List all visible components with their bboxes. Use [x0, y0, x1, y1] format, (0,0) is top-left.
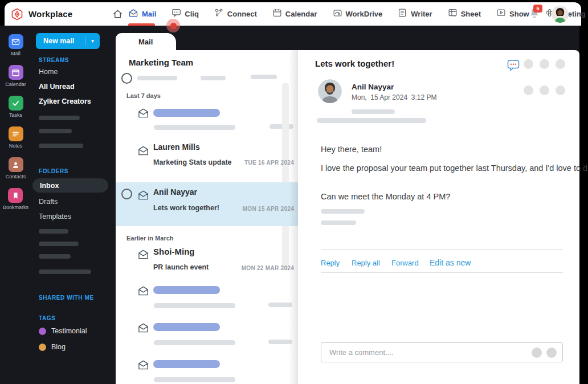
email-sender: Anil Nayyar [153, 187, 197, 197]
tag-color-dot [39, 344, 46, 351]
message-body-paragraph: Can we meet the Monday at 4 PM? [321, 191, 588, 203]
skeleton-bar [268, 303, 292, 307]
mail-tab[interactable]: Mail [116, 33, 176, 51]
mail-app-icon [9, 34, 23, 49]
skeleton-bar [154, 125, 235, 130]
nav-item-show[interactable]: Show [496, 8, 529, 20]
email-select-radio[interactable] [121, 189, 132, 199]
cliq-icon [172, 8, 181, 20]
toolbar-placeholder-circle [540, 59, 549, 69]
action-link-reply[interactable]: Reply [321, 259, 340, 267]
email-subject: PR launch event [153, 263, 209, 271]
email-item-anil-nayyar-selected[interactable]: Anil Nayyar Lets work together! MON 15 A… [116, 182, 298, 226]
nav-item-label: Mail [142, 10, 156, 18]
sender-avatar [318, 79, 342, 103]
folder-item-templates[interactable]: Templates [39, 213, 71, 220]
section-label-earlier-in-march: Earlier in March [126, 235, 174, 242]
tag-item-testimonial[interactable]: Testimonial [39, 327, 87, 335]
notification-badge: 5 [533, 5, 542, 13]
divider [321, 249, 563, 250]
nav-item-cliq[interactable]: Cliq [172, 8, 199, 20]
list-scrollbar[interactable] [282, 83, 289, 271]
nav-item-calendar[interactable]: Calendar [272, 8, 317, 20]
new-mail-label: New mail [36, 37, 85, 45]
envelope-icon [137, 285, 149, 297]
chevron-down-icon[interactable]: ▾ [85, 36, 100, 46]
user-avatar[interactable] [552, 6, 569, 23]
pulse-dot [170, 23, 177, 29]
email-sender: Shoi-Ming [153, 247, 194, 256]
folder-item-inbox[interactable]: Inbox [32, 178, 108, 193]
comment-action-placeholder [532, 348, 542, 358]
message-body-paragraph: Hey there, team! [321, 144, 588, 156]
action-link-forward[interactable]: Forward [391, 259, 419, 267]
action-link-edit-as-new[interactable]: Edit as new [430, 258, 471, 267]
skeleton-bar [39, 269, 91, 274]
tag-label: Blog [51, 343, 66, 351]
tag-label: Testimonial [51, 327, 87, 335]
rail-item-label: Mail [11, 51, 21, 56]
message-subject: Lets work together! [315, 59, 394, 68]
skeleton-bar [270, 124, 293, 129]
folders-section-title: FOLDERS [39, 168, 68, 174]
nav-item-writer[interactable]: Writer [398, 8, 432, 20]
skeleton-bar [39, 116, 80, 120]
folder-item-drafts[interactable]: Drafts [39, 198, 58, 206]
mail-list: Marketing Team Last 7 days Lauren Mills … [116, 50, 298, 384]
select-all-radio[interactable] [121, 73, 132, 84]
tag-item-blog[interactable]: Blog [39, 343, 66, 351]
comment-bubble-icon[interactable] [507, 59, 520, 73]
skeleton-bar [153, 286, 220, 294]
top-bar-right: 5 [529, 2, 569, 26]
skeleton-bar [321, 220, 356, 225]
toolbar-placeholder-circle [540, 85, 549, 95]
nav-item-mail[interactable]: Mail [128, 8, 156, 21]
home-icon[interactable] [112, 9, 123, 19]
rail-item-tasks[interactable]: Tasks [9, 96, 23, 118]
nav-item-label: Calendar [285, 10, 317, 18]
tags-section-title: TAGS [39, 315, 55, 321]
rail-item-calendar[interactable]: Calendar [5, 65, 26, 87]
rail-item-label: Notes [9, 143, 23, 149]
active-tab-underline [128, 23, 155, 26]
skeleton-bar [153, 323, 220, 331]
message-datetime: Mon, 15 Apr 2024 3:12 PM [352, 93, 436, 101]
skeleton-bar [39, 254, 71, 259]
nav-item-label: Connect [227, 10, 257, 18]
email-subject: Lets work together! [153, 204, 219, 212]
skeleton-bar [268, 340, 292, 344]
new-mail-button[interactable]: New mail ▾ [36, 33, 100, 49]
calendar-app-icon [9, 65, 23, 80]
notes-app-icon [9, 126, 23, 141]
email-date: MON 15 APR 2024 [243, 206, 294, 212]
mail-card: Marketing Team Last 7 days Lauren Mills … [116, 50, 579, 384]
nav-item-label: WorkDrive [346, 10, 383, 18]
nav-item-sheet[interactable]: Sheet [448, 8, 481, 20]
tag-color-dot [39, 328, 46, 335]
nav-item-connect[interactable]: Connect [214, 8, 257, 20]
action-link-reply-all[interactable]: Reply all [352, 259, 380, 267]
nav-item-workdrive[interactable]: WorkDrive [333, 8, 383, 20]
comment-input[interactable] [329, 344, 517, 361]
mail-icon [128, 8, 138, 21]
envelope-icon [137, 248, 149, 260]
app-rail: Mail Calendar Tasks Notes Contacts Bookm… [0, 26, 31, 384]
rail-item-bookmarks[interactable]: Bookmarks [3, 188, 28, 210]
rail-item-contacts[interactable]: Contacts [6, 157, 26, 179]
toolbar-placeholder-circle [524, 59, 533, 69]
stream-item-zylker-creators[interactable]: Zylker Creators [39, 97, 91, 105]
stream-item-all-unread[interactable]: All Unread [39, 83, 75, 91]
rail-item-notes[interactable]: Notes [9, 126, 23, 149]
rail-item-label: Contacts [6, 174, 26, 179]
folder-sidebar: New mail ▾ STREAMS Home All Unread Zylke… [31, 26, 116, 384]
stream-item-home[interactable]: Home [39, 68, 58, 76]
envelope-icon [137, 359, 149, 371]
folder-item-label: Inbox [32, 182, 59, 190]
notifications[interactable]: 5 [529, 7, 542, 22]
skeleton-bar [251, 75, 277, 79]
cliq-pulse-indicator[interactable] [166, 19, 180, 32]
message-sender-name: Anil Nayyar [352, 83, 394, 91]
rail-item-label: Calendar [5, 81, 26, 87]
rail-item-mail[interactable]: Mail [9, 34, 23, 56]
bookmarks-app-icon [8, 188, 23, 203]
